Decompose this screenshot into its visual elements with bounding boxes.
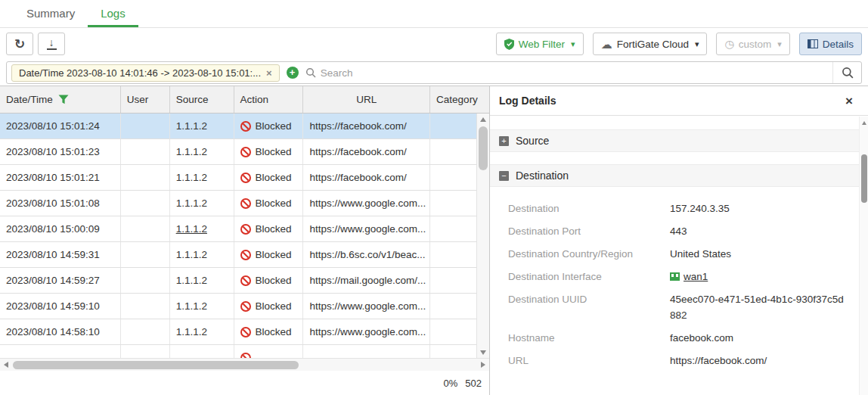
details-scrollbar[interactable] <box>859 117 868 395</box>
fortigate-cloud-dropdown[interactable]: ☁ FortiGate Cloud ▾ <box>593 33 708 55</box>
cell-user <box>121 114 170 138</box>
cell-action <box>234 345 304 358</box>
blocked-icon <box>240 327 251 337</box>
table-row[interactable]: 2023/08/10 15:01:24 1.1.1.2 Blocked http… <box>0 114 489 139</box>
table-row[interactable]: 2023/08/10 14:59:31 1.1.1.2 Blocked http… <box>0 242 489 268</box>
column-header-category[interactable]: Category <box>430 86 489 113</box>
table-row-partial[interactable] <box>0 345 489 358</box>
chevron-down-icon: ▾ <box>777 39 782 49</box>
filter-funnel-icon[interactable] <box>58 95 69 104</box>
cell-source <box>170 345 234 358</box>
section-source[interactable]: + Source <box>490 129 868 152</box>
search-submit-button[interactable] <box>832 62 861 83</box>
scroll-down-arrow[interactable] <box>477 347 489 358</box>
details-toggle-button[interactable]: Details <box>799 33 862 55</box>
refresh-button[interactable]: ↻ <box>6 33 33 55</box>
table-row[interactable]: 2023/08/10 15:01:23 1.1.1.2 Blocked http… <box>0 139 489 165</box>
close-icon[interactable]: × <box>845 95 859 107</box>
table-row[interactable]: 2023/08/10 14:58:10 1.1.1.2 Blocked http… <box>0 319 489 345</box>
log-count: 502 <box>465 378 482 389</box>
cell-user <box>121 242 170 267</box>
toolbar-right-group: Web Filter ▾ ☁ FortiGate Cloud ▾ ◷ custo… <box>496 33 862 55</box>
column-header-url[interactable]: URL <box>303 86 430 113</box>
cell-datetime: 2023/08/10 14:59:27 <box>0 268 121 293</box>
cell-action: Blocked <box>234 268 304 293</box>
cell-datetime: 2023/08/10 14:59:31 <box>0 242 121 267</box>
section-source-label: Source <box>516 135 549 147</box>
blocked-icon <box>240 353 251 359</box>
field-value: United States <box>670 246 848 262</box>
cell-action: Blocked <box>234 242 304 267</box>
blocked-icon <box>240 301 251 312</box>
collapse-icon[interactable]: − <box>499 171 509 181</box>
log-details-header: Log Details × <box>490 86 868 116</box>
blocked-icon <box>240 121 251 132</box>
status-bar: 0% 502 <box>0 371 489 395</box>
cell-datetime: 2023/08/10 15:01:21 <box>0 165 121 190</box>
vertical-scroll-thumb[interactable] <box>479 126 488 170</box>
section-destination[interactable]: − Destination <box>490 164 868 187</box>
field-label: Destination UUID <box>508 291 670 307</box>
details-scroll-thumb[interactable] <box>861 154 867 203</box>
cell-url: https://facebook.com/ <box>303 165 430 190</box>
scroll-up-arrow[interactable] <box>860 118 868 127</box>
blocked-icon <box>240 173 251 183</box>
web-filter-dropdown[interactable]: Web Filter ▾ <box>496 33 584 55</box>
scroll-right-arrow[interactable] <box>477 359 489 371</box>
table-horizontal-scrollbar[interactable] <box>0 358 489 371</box>
scroll-left-arrow[interactable] <box>0 359 12 371</box>
cell-source[interactable]: 1.1.1.2 <box>170 216 234 241</box>
table-row[interactable]: 2023/08/10 15:01:21 1.1.1.2 Blocked http… <box>0 165 489 191</box>
cell-datetime: 2023/08/10 14:59:10 <box>0 294 121 319</box>
cell-source: 1.1.1.2 <box>170 294 234 319</box>
scroll-up-arrow[interactable] <box>477 114 489 125</box>
fortigate-cloud-label: FortiGate Cloud <box>617 39 689 50</box>
details-label: Details <box>823 39 854 50</box>
field-row: Hostname facebook.com <box>508 330 859 346</box>
column-header-action[interactable]: Action <box>234 86 304 113</box>
field-value: facebook.com <box>670 330 848 346</box>
interface-link[interactable]: wan1 <box>670 269 708 285</box>
field-row: Destination 157.240.3.35 <box>508 201 859 216</box>
custom-time-label: custom <box>739 39 772 50</box>
table-row[interactable]: 2023/08/10 15:00:09 1.1.1.2 Blocked http… <box>0 216 489 242</box>
column-header-user[interactable]: User <box>121 86 170 113</box>
column-header-source[interactable]: Source <box>170 86 234 113</box>
custom-time-dropdown[interactable]: ◷ custom ▾ <box>716 33 789 55</box>
chevron-down-icon: ▾ <box>695 39 699 49</box>
table-row[interactable]: 2023/08/10 15:01:08 1.1.1.2 Blocked http… <box>0 191 489 216</box>
datetime-filter-pill[interactable]: Date/Time 2023-08-10 14:01:46 -> 2023-08… <box>11 64 280 82</box>
cell-action: Blocked <box>234 294 304 319</box>
field-row: Destination Interface wan1 <box>508 269 859 285</box>
blocked-icon <box>240 250 251 260</box>
field-row: Destination Country/Region United States <box>508 246 859 262</box>
table-body: 2023/08/10 15:01:24 1.1.1.2 Blocked http… <box>0 114 489 358</box>
horizontal-scroll-thumb[interactable] <box>13 361 299 369</box>
tab-logs[interactable]: Logs <box>88 0 138 27</box>
download-button[interactable]: ↓ <box>38 33 65 55</box>
interface-icon <box>670 272 680 281</box>
add-filter-button[interactable]: + <box>287 67 299 79</box>
field-label: Destination Country/Region <box>508 246 670 262</box>
table-row[interactable]: 2023/08/10 14:59:10 1.1.1.2 Blocked http… <box>0 294 489 319</box>
search-input[interactable] <box>321 67 832 79</box>
cell-source: 1.1.1.2 <box>170 165 234 190</box>
destination-fields: Destination 157.240.3.35 Destination Por… <box>490 187 868 369</box>
toolbar: ↻ ↓ Web Filter ▾ ☁ FortiGate Cloud ▾ ◷ c… <box>0 28 868 60</box>
download-icon: ↓ <box>47 38 57 50</box>
remove-filter-icon[interactable]: × <box>266 68 272 78</box>
cell-user <box>121 191 170 216</box>
table-row[interactable]: 2023/08/10 14:59:27 1.1.1.2 Blocked http… <box>0 268 489 294</box>
field-value: 157.240.3.35 <box>670 201 848 216</box>
section-destination-label: Destination <box>516 170 569 182</box>
field-label: Hostname <box>508 330 670 346</box>
details-columns-icon <box>808 39 818 48</box>
cell-action: Blocked <box>234 165 304 190</box>
expand-icon[interactable]: + <box>499 136 509 146</box>
table-vertical-scrollbar[interactable] <box>476 114 489 358</box>
tab-summary[interactable]: Summary <box>14 0 88 27</box>
column-header-datetime[interactable]: Date/Time <box>0 86 121 113</box>
cell-url <box>303 345 430 358</box>
cell-url: https://facebook.com/ <box>303 139 430 164</box>
cell-action: Blocked <box>234 139 304 164</box>
